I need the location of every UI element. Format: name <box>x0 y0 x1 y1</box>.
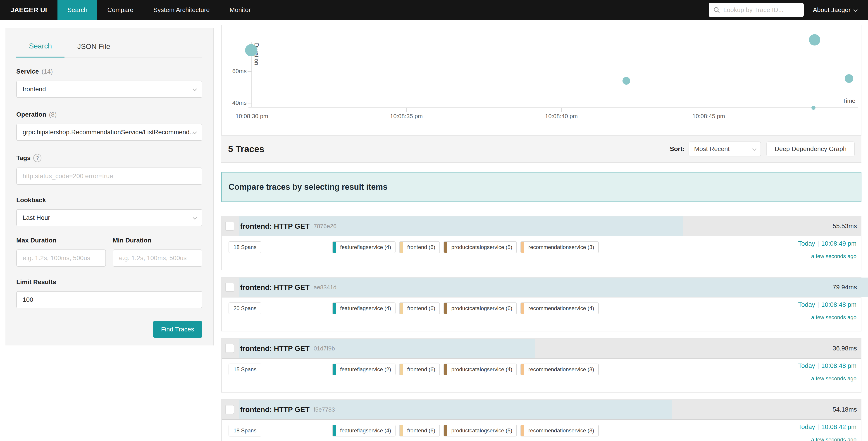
service-tag[interactable]: featureflagservice (4) <box>332 302 396 314</box>
trace-day: Today <box>798 362 815 369</box>
compare-banner: Compare traces by selecting result items <box>221 172 862 202</box>
service-tag[interactable]: productcatalogservice (4) <box>443 363 517 375</box>
duration-row: Max Duration Min Duration <box>16 237 202 267</box>
span-count-chip[interactable]: 15 Spans <box>228 363 261 375</box>
trace-time: 10:08:48 pm <box>821 301 857 308</box>
nav-item-compare[interactable]: Compare <box>97 0 143 20</box>
max-duration-group: Max Duration <box>16 237 106 267</box>
trace-day: Today <box>798 423 815 430</box>
limit-group: Limit Results <box>16 278 202 308</box>
trace-duration: 55.53ms <box>833 223 857 230</box>
about-jaeger-menu[interactable]: About Jaeger <box>813 6 857 13</box>
trace-id: f5e7783 <box>314 406 335 413</box>
deep-dependency-graph-button[interactable]: Deep Dependency Graph <box>766 142 855 156</box>
service-color-strip <box>400 242 403 253</box>
results-header: 5 Traces Sort: Most Recent Deep Dependen… <box>221 136 862 163</box>
trace-header-link[interactable]: frontend: HTTP GET 01d7f9b 36.98ms <box>222 339 861 359</box>
tags-input[interactable] <box>23 173 196 180</box>
operation-label: Operation <box>16 111 46 118</box>
tab-search[interactable]: Search <box>16 42 64 58</box>
service-tag[interactable]: frontend (6) <box>399 302 440 314</box>
span-count-chip[interactable]: 18 Spans <box>228 425 261 437</box>
sidebar-tabs: Search JSON File <box>16 28 202 58</box>
service-tag[interactable]: productcatalogservice (5) <box>443 425 517 437</box>
chevron-down-icon <box>854 7 858 11</box>
service-tag[interactable]: frontend (6) <box>399 425 440 437</box>
operation-select[interactable]: grpc.hipstershop.RecommendationService/L… <box>16 124 202 141</box>
nav-item-search[interactable]: Search <box>58 0 97 20</box>
find-traces-button[interactable]: Find Traces <box>153 321 202 338</box>
service-tag[interactable]: productcatalogservice (5) <box>443 241 517 253</box>
about-jaeger-label: About Jaeger <box>813 6 850 13</box>
min-duration-box[interactable] <box>113 249 202 267</box>
service-tag[interactable]: featureflagservice (4) <box>332 241 396 253</box>
sort-select[interactable]: Most Recent <box>688 142 761 156</box>
trace-select-checkbox[interactable] <box>225 222 234 231</box>
trace-id: 01d7f9b <box>314 345 335 352</box>
limit-results-box[interactable] <box>16 291 202 308</box>
scatter-point[interactable] <box>811 106 815 110</box>
operation-group: Operation (8) grpc.hipstershop.Recommend… <box>16 111 202 141</box>
trace-title: frontend: HTTP GET <box>240 222 310 231</box>
operation-count: (8) <box>49 111 57 118</box>
scatter-point[interactable] <box>809 34 820 46</box>
app-brand: JAEGER UI <box>0 6 58 14</box>
trace-id: ae8341d <box>314 284 337 291</box>
page-body: Search JSON File Service (14) frontend O… <box>0 20 868 441</box>
trace-header-link[interactable]: frontend: HTTP GET ae8341d 79.94ms <box>222 277 861 297</box>
trace-header-link[interactable]: frontend: HTTP GET f5e7783 54.18ms <box>222 400 861 420</box>
help-icon[interactable]: ? <box>33 154 41 162</box>
datetime-separator: | <box>815 240 821 247</box>
service-tag[interactable]: productcatalogservice (6) <box>443 302 517 314</box>
tags-group: Tags ? <box>16 154 202 185</box>
span-count-chip[interactable]: 20 Spans <box>228 302 261 314</box>
datetime-separator: | <box>815 362 821 369</box>
sort-label: Sort: <box>670 145 684 153</box>
lookback-select[interactable]: Last Hour <box>16 209 202 226</box>
min-duration-group: Min Duration <box>113 237 202 267</box>
trace-day: Today <box>798 240 815 247</box>
trace-header-link[interactable]: frontend: HTTP GET 7876e26 55.53ms <box>222 216 861 236</box>
service-tag[interactable]: recommendationservice (3) <box>521 241 599 253</box>
scatter-point[interactable] <box>845 74 853 83</box>
trace-duration: 36.98ms <box>833 345 857 352</box>
nav-item-monitor[interactable]: Monitor <box>220 0 261 20</box>
limit-results-label: Limit Results <box>16 278 56 286</box>
lookback-label: Lookback <box>16 197 46 204</box>
service-color-strip <box>521 425 524 436</box>
x-tick <box>252 108 252 112</box>
trace-relative-time: a few seconds ago <box>798 437 857 441</box>
trace-relative-time: a few seconds ago <box>798 375 857 382</box>
trace-duration: 54.18ms <box>833 406 857 413</box>
trace-card: frontend: HTTP GET f5e7783 54.18ms 18 Sp… <box>221 399 862 441</box>
trace-select-checkbox[interactable] <box>225 405 234 414</box>
max-duration-box[interactable] <box>16 249 106 267</box>
service-tag[interactable]: recommendationservice (3) <box>521 425 599 437</box>
service-tag[interactable]: featureflagservice (4) <box>332 425 396 437</box>
tags-input-box[interactable] <box>16 168 202 185</box>
service-tag[interactable]: frontend (6) <box>399 363 440 375</box>
service-group: Service (14) frontend <box>16 68 202 98</box>
span-count-chip[interactable]: 18 Spans <box>228 241 261 253</box>
max-duration-input[interactable] <box>23 255 99 262</box>
trace-lookup-box[interactable] <box>709 3 804 17</box>
service-select[interactable]: frontend <box>16 81 202 98</box>
service-color-strip <box>333 425 336 436</box>
service-tag[interactable]: recommendationservice (4) <box>521 302 599 314</box>
x-axis-title: Time <box>819 97 855 105</box>
service-tag[interactable]: featureflagservice (2) <box>332 363 396 375</box>
y-tick <box>248 71 252 72</box>
service-color-strip <box>444 364 447 375</box>
min-duration-input[interactable] <box>119 255 196 262</box>
service-tag[interactable]: frontend (6) <box>399 241 440 253</box>
service-tag[interactable]: recommendationservice (3) <box>521 363 599 375</box>
tab-json-file[interactable]: JSON File <box>64 42 123 57</box>
nav-item-system-architecture[interactable]: System Architecture <box>144 0 220 20</box>
scatter-point[interactable] <box>622 77 630 85</box>
trace-select-checkbox[interactable] <box>225 283 234 292</box>
trace-select-checkbox[interactable] <box>225 344 234 353</box>
limit-results-input[interactable] <box>23 296 196 303</box>
trace-lookup-input[interactable] <box>723 6 799 13</box>
scatter-point[interactable] <box>245 44 257 56</box>
service-color-strip <box>400 425 403 436</box>
